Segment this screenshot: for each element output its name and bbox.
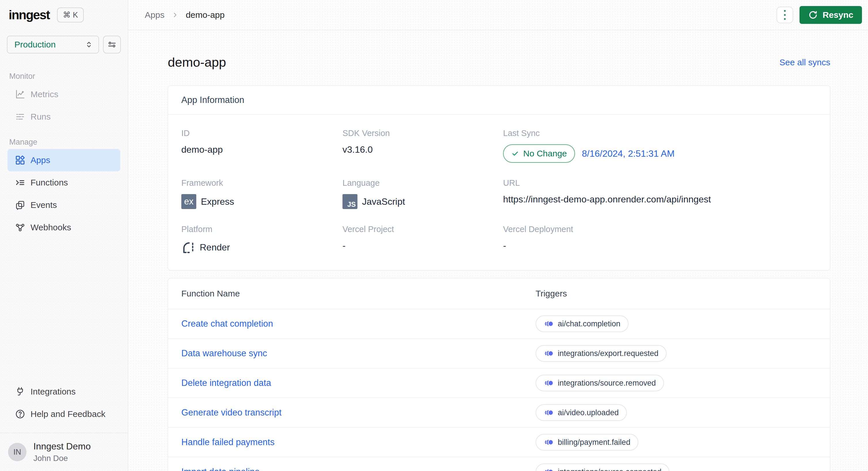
breadcrumb-current: demo-app: [186, 10, 224, 20]
field-vercel-project: Vercel Project -: [342, 225, 503, 254]
breadcrumb-apps-link[interactable]: Apps: [145, 10, 164, 20]
trigger-badge-label: integrations/source.removed: [558, 379, 656, 388]
trigger-badge[interactable]: integrations/export.requested: [536, 345, 666, 362]
last-sync-date-link[interactable]: 8/16/2024, 2:51:31 AM: [582, 148, 675, 159]
trigger-badge-label: integrations/source.connected: [558, 468, 661, 471]
sidebar-item-help[interactable]: Help and Feedback: [7, 403, 120, 425]
events-icon: [15, 200, 25, 210]
sidebar-item-label: Help and Feedback: [31, 409, 105, 419]
more-actions-button[interactable]: [776, 7, 793, 23]
sidebar-item-label: Metrics: [31, 90, 58, 99]
field-label: ID: [181, 129, 342, 138]
environment-selector[interactable]: Production: [7, 36, 99, 54]
function-name-link[interactable]: Generate video transcript: [181, 407, 536, 418]
event-trigger-icon: [544, 438, 553, 446]
field-label: Platform: [181, 225, 342, 234]
field-vercel-deployment: Vercel Deployment -: [503, 225, 817, 254]
question-circle-icon: [15, 409, 25, 419]
apps-grid-icon: [15, 155, 25, 165]
sidebar-item-label: Events: [31, 200, 57, 210]
language-value-row: JS JavaScript: [342, 194, 503, 209]
page-content: demo-app See all syncs App Information I…: [128, 30, 868, 471]
line-chart-icon: [15, 89, 25, 100]
user-name: John Doe: [33, 454, 91, 463]
command-k-label: ⌘ K: [63, 10, 78, 20]
sidebar-footer: Integrations Help and Feedback: [0, 380, 128, 425]
function-name-link[interactable]: Handle failed payments: [181, 437, 536, 447]
event-trigger-icon: [544, 409, 553, 416]
sidebar-item-integrations[interactable]: Integrations: [7, 380, 120, 403]
user-info: Inngest Demo John Doe: [33, 441, 91, 463]
status-badge-label: No Change: [523, 149, 567, 159]
field-label: Last Sync: [503, 129, 817, 138]
no-change-status-badge: No Change: [503, 144, 575, 163]
field-id: ID demo-app: [181, 129, 342, 163]
environment-label: Production: [14, 40, 56, 49]
platform-value-row: Render: [181, 240, 342, 254]
trigger-badge[interactable]: ai/video.uploaded: [536, 404, 627, 421]
sidebar-item-apps[interactable]: Apps: [7, 149, 120, 171]
trigger-badge[interactable]: integrations/source.removed: [536, 375, 664, 391]
page-title: demo-app: [168, 55, 226, 70]
user-profile[interactable]: IN Inngest Demo John Doe: [0, 433, 128, 471]
function-name-link[interactable]: Import data pipeline: [181, 467, 536, 471]
runs-list-icon: [15, 111, 25, 122]
field-value: Render: [200, 242, 230, 253]
app-information-grid: ID demo-app SDK Version v3.16.0 Last Syn…: [168, 115, 830, 270]
field-value: -: [503, 240, 817, 251]
functions-table-header: Function Name Triggers: [168, 278, 830, 309]
kebab-dot: [784, 18, 786, 20]
field-value: -: [342, 240, 503, 251]
event-trigger-icon: [544, 379, 553, 387]
field-value: Express: [201, 196, 234, 207]
table-row: Generate video transcript ai/video.uploa…: [168, 398, 830, 427]
command-palette-shortcut[interactable]: ⌘ K: [57, 7, 84, 23]
javascript-icon: JS: [342, 194, 358, 209]
express-icon: ex: [181, 194, 196, 209]
topbar: Apps demo-app Resync: [128, 0, 868, 30]
app-information-title: App Information: [168, 86, 830, 115]
functions-icon: [15, 177, 25, 188]
trigger-badge-label: ai/video.uploaded: [558, 408, 619, 417]
inngest-logo[interactable]: inngest: [9, 8, 50, 22]
sidebar-item-label: Webhooks: [31, 223, 71, 232]
see-all-syncs-link[interactable]: See all syncs: [779, 58, 830, 67]
environment-filter-button[interactable]: [103, 36, 121, 54]
field-platform: Platform Render: [181, 225, 342, 254]
column-triggers: Triggers: [536, 289, 817, 299]
table-row: Data warehouse sync integrations/export.…: [168, 338, 830, 368]
sidebar-item-metrics[interactable]: Metrics: [7, 83, 120, 105]
function-name-link[interactable]: Data warehouse sync: [181, 348, 536, 359]
sidebar-item-label: Functions: [31, 178, 68, 188]
field-url: URL https://inngest-demo-app.onrender.co…: [503, 178, 817, 209]
framework-value-row: ex Express: [181, 194, 342, 209]
trigger-badge[interactable]: billing/payment.failed: [536, 434, 638, 450]
sidebar-spacer: [0, 239, 128, 380]
nav-section-manage: Manage: [9, 138, 120, 147]
resync-button[interactable]: Resync: [800, 6, 862, 24]
field-value: v3.16.0: [342, 144, 503, 155]
sidebar-nav: Monitor Metrics Runs Manage Apps Functio: [0, 62, 128, 239]
event-trigger-icon: [544, 350, 553, 357]
nav-section-monitor: Monitor: [9, 72, 120, 81]
field-label: Vercel Project: [342, 225, 503, 234]
function-name-link[interactable]: Create chat completion: [181, 318, 536, 329]
trigger-badge[interactable]: integrations/source.connected: [536, 464, 670, 471]
sidebar-item-events[interactable]: Events: [7, 194, 120, 216]
field-framework: Framework ex Express: [181, 178, 342, 209]
sidebar-item-functions[interactable]: Functions: [7, 171, 120, 194]
trigger-badge[interactable]: ai/chat.completion: [536, 315, 628, 332]
field-label: Vercel Deployment: [503, 225, 817, 234]
function-name-link[interactable]: Delete integration data: [181, 378, 536, 388]
breadcrumb-chevron-icon: [172, 12, 178, 18]
field-label: SDK Version: [342, 129, 503, 138]
field-label: URL: [503, 178, 817, 188]
kebab-dot: [784, 14, 786, 16]
sync-icon: [808, 10, 818, 20]
logo-row: inngest ⌘ K: [0, 0, 128, 23]
field-value: https://inngest-demo-app.onrender.com/ap…: [503, 194, 817, 205]
user-org: Inngest Demo: [33, 441, 91, 452]
sidebar-item-runs[interactable]: Runs: [7, 105, 120, 128]
sidebar-item-label: Apps: [31, 155, 50, 165]
sidebar-item-webhooks[interactable]: Webhooks: [7, 216, 120, 239]
